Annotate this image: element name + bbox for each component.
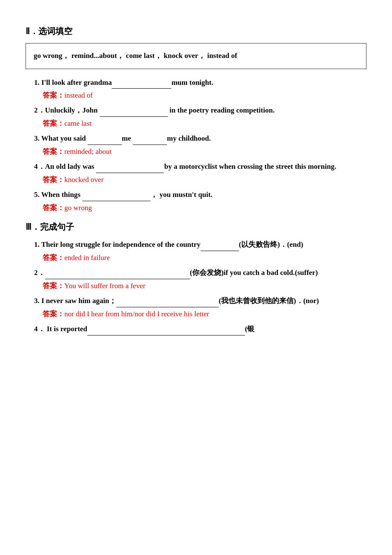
question-3-1-text: 1. Their long struggle for independence … [34, 239, 366, 251]
answer-label-2-5: 答案： [43, 204, 64, 212]
q2-2-after: in the poetry reading competition. [168, 106, 275, 114]
answer-2-5: 答案：go wrong [43, 203, 366, 213]
q2-2-num: 2．Unluckily，John [34, 106, 100, 114]
q2-5-after: ， you mustn't quit. [150, 191, 212, 199]
q3-2-after: (你会发烧)if you catch a bad cold.(suffer) [190, 269, 318, 277]
answer-2-2: 答案：came last [43, 119, 366, 128]
q3-2-num: 2． [34, 269, 45, 277]
question-3-4: 4． It is reported(银 [26, 323, 366, 335]
q2-2-blank [100, 116, 168, 117]
answer-label-3-1: 答案： [43, 254, 64, 262]
question-3-4-text: 4． It is reported(银 [34, 323, 366, 335]
answer-2-4: 答案：knocked over [43, 175, 366, 185]
question-2-2-text: 2．Unluckily，John in the poetry reading c… [34, 104, 366, 117]
answer-label-3-3: 答案： [43, 310, 64, 318]
q3-1-blank [201, 251, 239, 251]
answer-2-3: 答案：reminded; about [43, 147, 366, 156]
section-3: Ⅲ．完成句子 1. Their long struggle for indepe… [26, 221, 366, 335]
answer-value-3-3: nor did I hear from him/nor did I receiv… [64, 310, 209, 318]
answer-3-2: 答案：You will suffer from a fever [43, 281, 366, 291]
answer-label-2-3: 答案： [43, 147, 64, 156]
answer-label-2-4: 答案： [43, 176, 64, 184]
q2-3-after: my childhood. [167, 134, 211, 142]
answer-value-2-2: came last [64, 119, 92, 127]
question-2-5-text: 5. When things ， you mustn't quit. [34, 189, 366, 201]
answer-value-3-1: ended in failure [64, 254, 110, 262]
question-2-4-text: 4．An old lady was by a motorcyclist when… [34, 161, 366, 173]
question-2-3-text: 3. What you said me my childhood. [34, 133, 366, 145]
q2-1-num: 1. I'll look after grandma [34, 78, 112, 87]
q2-1-blank [112, 88, 171, 89]
q2-3-mid: me [122, 134, 133, 142]
answer-3-1: 答案：ended in failure [43, 253, 366, 263]
q2-3-blank2 [133, 145, 167, 145]
question-2-2: 2．Unluckily，John in the poetry reading c… [26, 104, 366, 128]
q2-1-after: mum tonight. [171, 78, 213, 87]
q2-5-blank [82, 201, 150, 201]
q2-4-blank [96, 173, 164, 173]
question-3-3-text: 3. I never saw him again；(我也未曾收到他的来信)．(n… [34, 295, 366, 307]
q3-3-blank [116, 307, 219, 307]
answer-label-3-2: 答案： [43, 282, 64, 290]
question-3-1: 1. Their long struggle for independence … [26, 239, 366, 263]
section-3-title: Ⅲ．完成句子 [26, 221, 366, 233]
question-2-5: 5. When things ， you mustn't quit. 答案：go… [26, 189, 366, 213]
answer-3-3: 答案：nor did I hear from him/nor did I rec… [43, 309, 366, 319]
q3-4-blank [87, 335, 245, 335]
question-2-3: 3. What you said me my childhood. 答案：rem… [26, 133, 366, 156]
answer-label-2-2: 答案： [43, 119, 64, 127]
q2-3-num: 3. What you said [34, 134, 88, 142]
q3-3-after: (我也未曾收到他的来信)．(nor) [219, 297, 319, 305]
question-2-1-text: 1. I'll look after grandmamum tonight. [34, 77, 366, 89]
q2-5-num: 5. When things [34, 191, 82, 199]
answer-value-2-1: instead of [64, 91, 93, 99]
q3-1-after: (以失败告终)．(end) [239, 240, 303, 249]
q3-3-num: 3. I never saw him again； [34, 297, 116, 305]
q3-2-blank [45, 279, 190, 279]
answer-2-1: 答案：instead of [43, 90, 366, 100]
question-3-3: 3. I never saw him again；(我也未曾收到他的来信)．(n… [26, 295, 366, 319]
section-2-title: Ⅱ．选词填空 [26, 26, 366, 37]
q2-4-after: by a motorcyclist when crossing the stre… [164, 162, 336, 171]
question-2-1: 1. I'll look after grandmamum tonight. 答… [26, 77, 366, 101]
question-3-2-text: 2．(你会发烧)if you catch a bad cold.(suffer) [34, 267, 366, 279]
answer-value-3-2: You will suffer from a fever [64, 282, 145, 290]
q2-3-blank1 [88, 145, 122, 145]
q3-1-num: 1. Their long struggle for independence … [34, 240, 201, 249]
question-2-4: 4．An old lady was by a motorcyclist when… [26, 161, 366, 185]
q3-4-num: 4． It is reported [34, 325, 87, 333]
answer-value-2-3: reminded; about [64, 147, 112, 156]
word-box: go wrong， remind...about， come last， kno… [26, 43, 366, 69]
answer-value-2-4: knocked over [64, 176, 104, 184]
section-2: Ⅱ．选词填空 go wrong， remind...about， come la… [26, 26, 366, 213]
q3-4-after: (银 [245, 325, 255, 333]
answer-label-2-1: 答案： [43, 91, 64, 99]
answer-value-2-5: go wrong [64, 204, 92, 212]
q2-4-num: 4．An old lady was [34, 162, 96, 171]
question-3-2: 2．(你会发烧)if you catch a bad cold.(suffer)… [26, 267, 366, 291]
